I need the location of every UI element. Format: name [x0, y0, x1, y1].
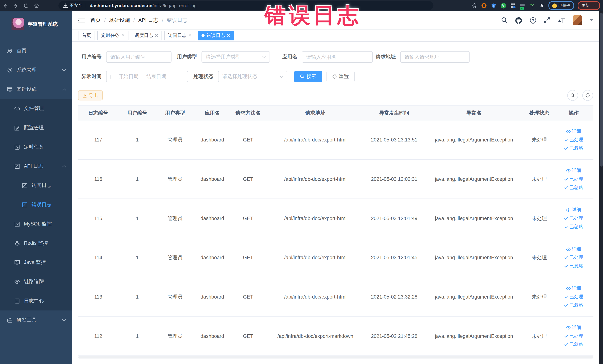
export-button[interactable]: 导出	[78, 91, 103, 101]
col-header-method: 请求方法名	[231, 109, 266, 116]
fullscreen-icon[interactable]	[544, 17, 550, 23]
tab-scheduled-jobs[interactable]: 定时任务	[97, 31, 128, 40]
browser-update-button[interactable]: 更新 ⋮	[578, 1, 600, 10]
extension-sprout-icon[interactable]	[529, 2, 535, 9]
cell-actions: 详细 已处理 已忽略	[554, 167, 593, 191]
sidebar-item-scheduled-jobs[interactable]: 定时任务	[0, 137, 72, 157]
mark-ignored-label: 已忽略	[569, 341, 583, 348]
cell-method: GET	[231, 333, 266, 339]
sidebar-item-trace[interactable]: 链路追踪	[0, 272, 72, 291]
mark-processed-link[interactable]: 已处理	[564, 176, 583, 182]
tab-access-log[interactable]: 访问日志	[164, 31, 195, 40]
sidebar-item-mysql-monitor[interactable]: MySQL 监控	[0, 214, 72, 234]
sidebar-item-redis-monitor[interactable]: Redis 监控	[0, 234, 72, 253]
extension-shield-icon[interactable]	[490, 2, 497, 9]
horizontal-scrollbar[interactable]	[78, 356, 593, 358]
request-url-input[interactable]	[400, 51, 470, 63]
sidebar-item-access-log[interactable]: 访问日志	[0, 176, 72, 195]
font-size-icon[interactable]	[557, 17, 565, 23]
detail-link[interactable]: 详细	[566, 324, 581, 331]
extension-orange-icon[interactable]	[481, 2, 487, 9]
mark-processed-link[interactable]: 已处理	[564, 137, 583, 143]
home-icon[interactable]	[31, 0, 42, 11]
forward-icon[interactable]	[10, 0, 21, 11]
form-icon	[22, 182, 28, 188]
sidebar-item-log-center[interactable]: 日志中心	[0, 291, 72, 311]
security-indicator[interactable]: 不安全	[63, 3, 82, 9]
extension-green-v-icon[interactable]: V	[500, 2, 506, 9]
check-icon	[564, 256, 568, 259]
user-id-input[interactable]	[106, 51, 172, 63]
url-domain: dashboard.yudao.iocoder.cn	[90, 3, 152, 8]
user-menu-caret-icon[interactable]	[590, 19, 594, 22]
mark-processed-link[interactable]: 已处理	[564, 254, 583, 261]
breadcrumb-home[interactable]: 首页	[91, 17, 101, 23]
close-tab-icon[interactable]	[227, 34, 230, 37]
mark-ignored-link[interactable]: 已忽略	[564, 145, 583, 152]
bookmark-star-icon[interactable]	[471, 2, 477, 9]
form-icon	[14, 163, 20, 169]
detail-link[interactable]: 详细	[566, 246, 581, 252]
profile-paused-badge[interactable]: 已暂停	[548, 1, 574, 10]
tab-home[interactable]: 首页	[78, 31, 95, 40]
annotation-error-log: 错误日志	[265, 1, 361, 30]
close-tab-icon[interactable]	[155, 34, 158, 37]
mark-processed-link[interactable]: 已处理	[564, 294, 583, 300]
sidebar-item-file-mgmt[interactable]: 文件管理	[0, 99, 72, 118]
sidebar-item-infrastructure[interactable]: 基础设施	[0, 80, 72, 99]
page-scrollbar[interactable]	[599, 11, 603, 364]
mark-ignored-link[interactable]: 已忽略	[564, 184, 583, 191]
tab-schedule-log[interactable]: 调度日志	[131, 31, 162, 40]
sidebar-item-error-log[interactable]: 错误日志	[0, 195, 72, 214]
mark-processed-link[interactable]: 已处理	[564, 215, 583, 222]
detail-link[interactable]: 详细	[566, 128, 581, 135]
extension-on-badge-icon[interactable]: on	[519, 2, 525, 9]
detail-link[interactable]: 详细	[566, 285, 581, 292]
search-icon[interactable]	[501, 17, 508, 23]
breadcrumb-infrastructure[interactable]: 基础设施	[109, 17, 130, 23]
close-tab-icon[interactable]	[122, 34, 125, 37]
extension-grid-icon[interactable]	[510, 2, 516, 9]
exception-time-range-picker[interactable]: 开始日期 - 结束日期	[106, 71, 188, 82]
user-avatar[interactable]	[573, 15, 582, 25]
toggle-search-button[interactable]	[567, 90, 578, 101]
app-logo-row[interactable]: 芋道管理系统	[0, 11, 72, 36]
mark-processed-link[interactable]: 已处理	[564, 333, 583, 339]
mark-ignored-link[interactable]: 已忽略	[564, 341, 583, 348]
tab-error-log[interactable]: 错误日志	[197, 31, 234, 40]
sidebar-item-dev-tools[interactable]: 研发工具	[0, 310, 72, 330]
app-name-input[interactable]	[302, 51, 373, 63]
extension-puzzle-icon[interactable]	[539, 2, 545, 9]
sidebar-item-java-monitor[interactable]: Java 监控	[0, 253, 72, 272]
hamburger-icon[interactable]	[78, 17, 85, 23]
sidebar-item-system-mgmt[interactable]: 系统管理	[0, 60, 72, 80]
reload-icon[interactable]	[21, 0, 31, 11]
back-icon[interactable]	[0, 0, 10, 11]
sidebar-item-home[interactable]: 首页	[0, 41, 72, 60]
detail-link[interactable]: 详细	[566, 167, 581, 174]
help-icon[interactable]: ?	[530, 17, 536, 23]
mark-ignored-link[interactable]: 已忽略	[564, 302, 583, 309]
breadcrumb-api-log[interactable]: API 日志	[138, 17, 159, 23]
sidebar-item-label: 配置管理	[24, 124, 44, 131]
reset-button[interactable]: 重置	[326, 71, 354, 82]
col-header-url: 请求地址	[266, 109, 365, 116]
mark-ignored-link[interactable]: 已忽略	[564, 223, 583, 230]
search-button[interactable]: 搜索	[294, 71, 322, 82]
detail-link[interactable]: 详细	[566, 207, 581, 213]
address-bar[interactable]: 不安全 dashboard.yudao.iocoder.cn/infra/log…	[58, 1, 433, 10]
page-url[interactable]: dashboard.yudao.iocoder.cn/infra/log/api…	[90, 3, 197, 8]
browser-menu-icon[interactable]: ⋮	[592, 3, 596, 8]
cell-url: /api/infra/db-doc/export-markdown	[266, 333, 365, 339]
user-type-select[interactable]: 请选择用户类型	[201, 51, 270, 63]
cell-url: /api/infra/db-doc/export-html	[266, 255, 365, 260]
sidebar-item-config-mgmt[interactable]: 配置管理	[0, 118, 72, 137]
github-icon[interactable]	[515, 17, 522, 23]
mark-ignored-link[interactable]: 已忽略	[564, 263, 583, 269]
refresh-table-button[interactable]	[582, 90, 593, 101]
close-tab-icon[interactable]	[188, 34, 192, 37]
process-status-select[interactable]: 请选择处理状态	[218, 71, 287, 82]
scrollbar-thumb[interactable]	[600, 13, 603, 166]
cell-time: 2021-05-03 12:02:31	[365, 176, 423, 182]
sidebar-item-api-log[interactable]: API 日志	[0, 156, 72, 176]
